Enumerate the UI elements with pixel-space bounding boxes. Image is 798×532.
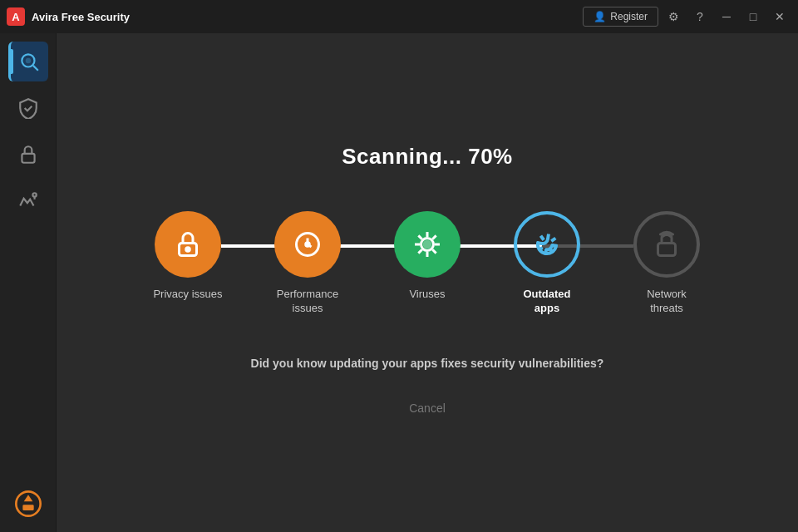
svg-point-24 [424, 241, 431, 248]
user-icon: 👤 [594, 11, 606, 22]
step-circle-privacy [155, 211, 221, 278]
app-name-bold: Avira [32, 11, 58, 23]
svg-rect-7 [22, 505, 33, 510]
register-button[interactable]: 👤 Register [583, 7, 658, 27]
sidebar-item-upgrade[interactable] [8, 484, 48, 524]
step-network-threats: Network threats [607, 211, 727, 316]
svg-point-4 [32, 193, 36, 196]
svg-line-1 [33, 66, 38, 71]
step-outdated-apps: Outdated apps [487, 211, 607, 316]
maximize-button[interactable]: □ [741, 5, 765, 28]
main-layout: Scanning... 70% Privacy issues [0, 33, 798, 532]
step-circle-performance [274, 211, 341, 278]
tip-text-content: Did you know updating your apps fixes se… [251, 357, 604, 370]
settings-button[interactable]: ⚙ [662, 5, 685, 28]
close-button[interactable]: ✕ [768, 5, 791, 28]
step-label-network: Network threats [629, 288, 704, 316]
title-bar: A Avira Free Security 👤 Register ⚙ ? ─ □… [0, 0, 798, 33]
svg-marker-8 [23, 495, 32, 501]
app-name-suffix: Free Security [58, 11, 130, 23]
step-label-outdated: Outdated apps [510, 288, 584, 316]
svg-rect-3 [22, 154, 34, 163]
main-content: Scanning... 70% Privacy issues [57, 33, 798, 532]
step-label-viruses: Viruses [409, 288, 445, 302]
sidebar-item-performance[interactable] [8, 181, 48, 221]
steps-container: Privacy issues Performance issues [128, 211, 727, 316]
step-circle-network [633, 211, 700, 278]
svg-point-10 [186, 247, 190, 251]
step-circle-outdated [514, 211, 580, 278]
svg-line-22 [418, 249, 421, 253]
step-privacy-issues: Privacy issues [128, 211, 248, 302]
help-button[interactable]: ? [688, 5, 712, 28]
title-bar-right: 👤 Register ⚙ ? ─ □ ✕ [583, 5, 791, 28]
svg-point-2 [26, 58, 32, 64]
svg-rect-25 [658, 243, 676, 255]
svg-line-20 [418, 235, 421, 239]
svg-line-23 [432, 235, 436, 239]
minimize-button[interactable]: ─ [715, 5, 738, 28]
title-bar-left: A Avira Free Security [7, 7, 130, 26]
step-circle-viruses [394, 211, 461, 278]
sidebar [0, 33, 57, 532]
sidebar-item-privacy[interactable] [8, 135, 48, 175]
step-label-privacy: Privacy issues [153, 288, 222, 302]
scanning-title: Scanning... 70% [342, 144, 512, 170]
app-title: Avira Free Security [32, 11, 130, 23]
step-performance-issues: Performance issues [248, 211, 367, 316]
register-label: Register [610, 11, 648, 22]
svg-point-14 [306, 242, 310, 246]
app-logo: A [7, 7, 25, 26]
sidebar-item-scan[interactable] [8, 42, 48, 81]
sidebar-item-protection[interactable] [8, 88, 48, 128]
svg-line-21 [432, 249, 436, 253]
tip-text: Did you know updating your apps fixes se… [251, 357, 604, 370]
cancel-button[interactable]: Cancel [392, 395, 462, 421]
step-label-performance: Performance issues [270, 288, 345, 316]
step-viruses: Viruses [367, 211, 487, 302]
